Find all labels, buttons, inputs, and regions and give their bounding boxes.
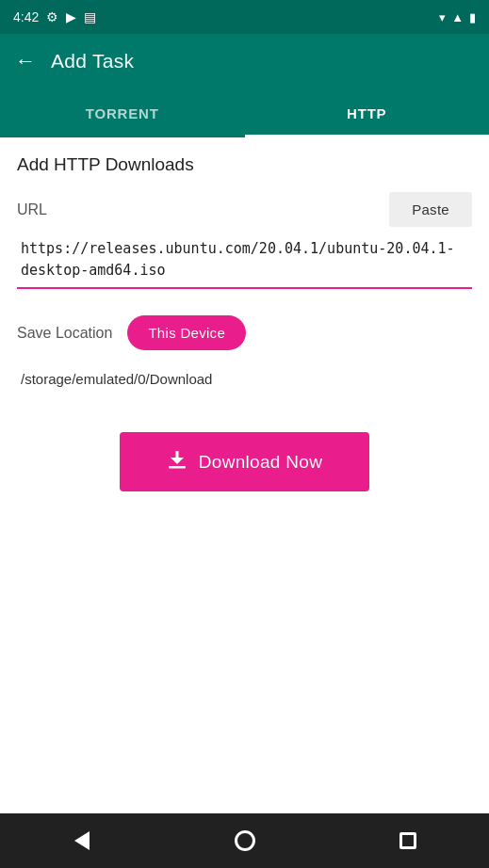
nav-recents-button[interactable] (391, 824, 425, 858)
status-bar: 4:42 ⚙ ▶ ▤ ▾ ▲ ▮ (0, 0, 489, 34)
paste-button[interactable]: Paste (389, 192, 472, 227)
url-row: URL Paste (17, 192, 472, 227)
download-btn-wrapper: Download Now (17, 432, 472, 491)
tab-http[interactable]: HTTP (245, 88, 490, 137)
content-area: Add HTTP Downloads URL Paste Save Locati… (0, 137, 489, 813)
url-label: URL (17, 201, 47, 218)
shield-icon: ▶ (66, 9, 76, 24)
nav-back-icon (74, 831, 90, 850)
settings-icon: ⚙ (46, 9, 58, 24)
nav-home-icon (235, 830, 255, 851)
download-icon (167, 449, 187, 474)
page-title: Add Task (51, 50, 134, 72)
save-location-row: Save Location This Device (17, 315, 472, 350)
status-left: 4:42 ⚙ ▶ ▤ (13, 9, 96, 24)
svg-marker-1 (171, 458, 184, 464)
navigation-bar (0, 813, 489, 868)
svg-rect-2 (169, 466, 186, 469)
sim-icon: ▤ (84, 9, 96, 24)
nav-recents-icon (399, 832, 416, 849)
save-location-label: Save Location (17, 325, 112, 342)
nav-home-button[interactable] (228, 824, 262, 858)
download-now-label: Download Now (199, 452, 322, 473)
download-now-button[interactable]: Download Now (120, 432, 369, 491)
tab-torrent[interactable]: TORRENT (0, 88, 245, 137)
signal-icon: ▲ (451, 10, 464, 24)
status-right: ▾ ▲ ▮ (439, 10, 476, 24)
back-button[interactable]: ← (15, 49, 36, 73)
wifi-icon: ▾ (439, 10, 446, 24)
battery-icon: ▮ (469, 10, 476, 24)
nav-back-button[interactable] (65, 824, 99, 858)
this-device-button[interactable]: This Device (127, 315, 246, 350)
url-input[interactable] (17, 233, 472, 289)
tabs-bar: TORRENT HTTP (0, 88, 489, 137)
storage-path: /storage/emulated/0/Download (17, 363, 472, 394)
toolbar: ← Add Task (0, 34, 489, 88)
section-title: Add HTTP Downloads (17, 154, 472, 175)
status-time: 4:42 (13, 9, 39, 24)
